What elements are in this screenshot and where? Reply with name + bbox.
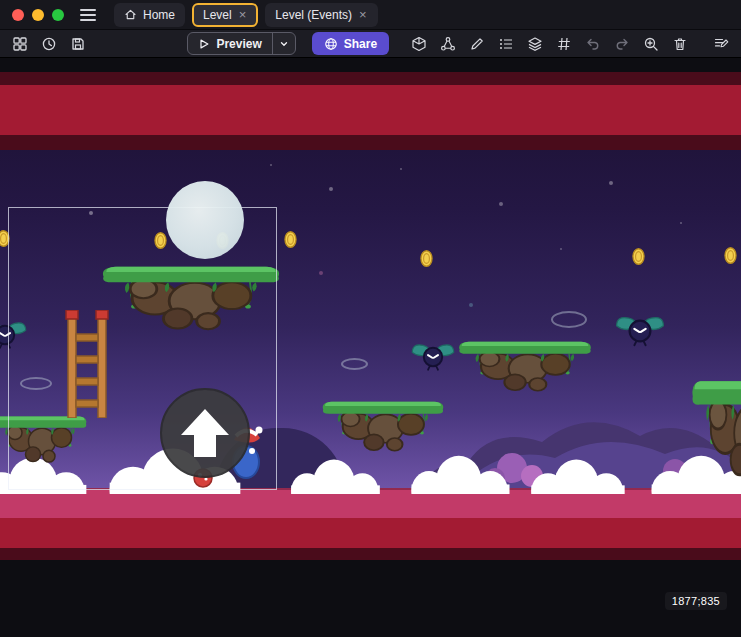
tab-label: Home (143, 8, 175, 22)
ufo-ring[interactable] (20, 377, 52, 390)
layers-icon[interactable] (525, 34, 545, 54)
share-button[interactable]: Share (312, 32, 389, 55)
ufo-ring[interactable] (551, 311, 587, 328)
floating-island[interactable] (318, 398, 448, 456)
close-window-button[interactable] (12, 9, 24, 21)
pencil-icon[interactable] (467, 34, 487, 54)
moon[interactable] (166, 181, 244, 259)
history-icon[interactable] (39, 34, 59, 54)
share-label: Share (344, 37, 377, 51)
tab-bar: Home Level × Level (Events) × (114, 0, 378, 29)
floating-island[interactable] (688, 374, 741, 486)
preview-dropdown-button[interactable] (272, 33, 295, 54)
coin[interactable] (154, 232, 167, 249)
top-red-banner (0, 72, 741, 150)
tab-label: Level (Events) (275, 8, 352, 22)
toolbar: Preview Share (0, 30, 741, 58)
toolbar-right-group (409, 34, 731, 54)
preview-button[interactable]: Preview (187, 32, 295, 55)
bat-enemy[interactable] (614, 312, 666, 350)
redo-icon[interactable] (612, 34, 632, 54)
ufo-ring[interactable] (341, 358, 368, 370)
editor-canvas: 1877;835 (0, 58, 741, 637)
cloud (528, 456, 628, 494)
preview-label: Preview (216, 37, 261, 51)
app-window: Home Level × Level (Events) × (0, 0, 741, 637)
coin[interactable] (420, 250, 433, 267)
titlebar: Home Level × Level (Events) × (0, 0, 741, 30)
menu-icon[interactable] (80, 9, 96, 21)
rename-icon[interactable] (711, 34, 731, 54)
instances-list-icon[interactable] (496, 34, 516, 54)
cloud (288, 456, 383, 494)
toolbar-left-group (10, 34, 88, 54)
undo-icon[interactable] (583, 34, 603, 54)
up-arrow-button[interactable] (159, 387, 251, 479)
trash-icon[interactable] (670, 34, 690, 54)
scene-canvas[interactable] (0, 72, 741, 560)
close-icon[interactable]: × (358, 8, 368, 21)
coordinates-badge: 1877;835 (665, 592, 727, 610)
ground-dark-strip (0, 548, 741, 560)
minimize-window-button[interactable] (32, 9, 44, 21)
coin[interactable] (632, 248, 645, 265)
traffic-lights (12, 9, 64, 21)
object-groups-icon[interactable] (438, 34, 458, 54)
coin[interactable] (0, 230, 10, 247)
close-icon[interactable]: × (238, 8, 248, 21)
bat-enemy[interactable] (0, 318, 28, 352)
grid-icon[interactable] (554, 34, 574, 54)
coin[interactable] (284, 231, 297, 248)
floating-island[interactable] (454, 338, 596, 396)
tab-home[interactable]: Home (114, 3, 185, 27)
cloud (408, 452, 513, 494)
tab-level[interactable]: Level × (192, 3, 258, 27)
bat-enemy[interactable] (410, 340, 456, 374)
tab-level-events[interactable]: Level (Events) × (265, 3, 377, 27)
tab-label: Level (203, 8, 232, 22)
home-icon (124, 8, 137, 21)
floating-island[interactable] (0, 413, 90, 467)
zoom-in-icon[interactable] (641, 34, 661, 54)
chevron-down-icon (279, 39, 289, 49)
play-icon (198, 38, 210, 50)
save-icon[interactable] (68, 34, 88, 54)
fullscreen-window-button[interactable] (52, 9, 64, 21)
ladder[interactable] (64, 310, 110, 418)
ground-red-strip (0, 518, 741, 548)
cube-icon[interactable] (409, 34, 429, 54)
floating-island[interactable] (96, 262, 286, 336)
coin[interactable] (724, 247, 737, 264)
layout-panels-icon[interactable] (10, 34, 30, 54)
globe-icon (324, 37, 338, 51)
